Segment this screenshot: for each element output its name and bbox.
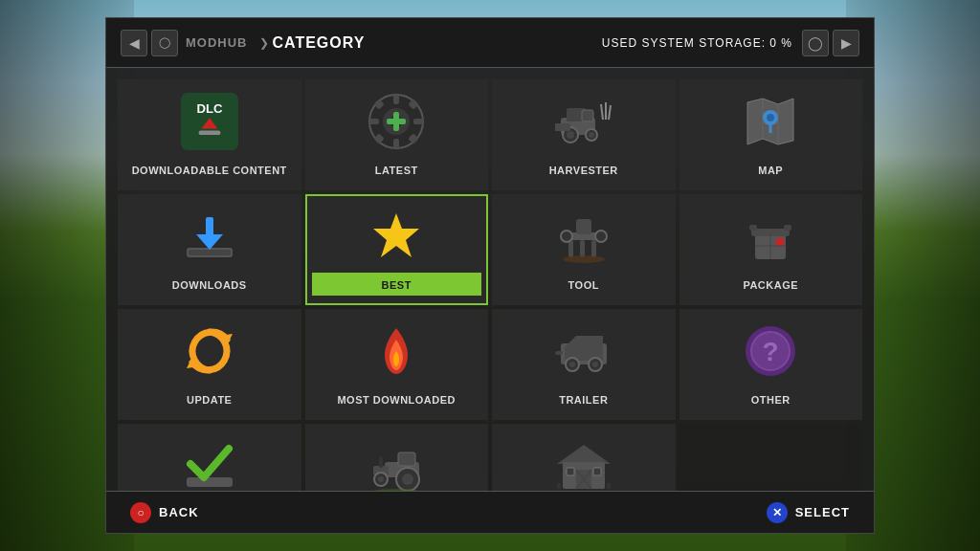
svg-marker-58	[565, 336, 603, 347]
downloads-label-bar: Downloads	[124, 273, 295, 296]
package-label-bar: Package	[686, 273, 857, 296]
dlc-label: Downloadable Content	[132, 165, 287, 176]
modhub-label: MODHUB	[186, 35, 248, 50]
trailer-label-bar: Trailer	[499, 387, 669, 410]
category-label: CATEGORY	[273, 34, 366, 52]
grid-item-package[interactable]: Package	[679, 194, 863, 305]
latest-icon	[366, 91, 427, 152]
best-label-bar: Best	[312, 273, 482, 296]
svg-rect-8	[393, 139, 399, 148]
grid-item-most-downloaded[interactable]: Most downloaded	[305, 309, 489, 420]
downloads-label: Downloads	[172, 279, 247, 291]
svg-marker-37	[196, 234, 223, 250]
svg-point-44	[561, 231, 572, 242]
svg-text:?: ?	[763, 337, 779, 366]
other-label: Other	[751, 394, 791, 406]
back-label: BACK	[159, 505, 199, 519]
dlc-icon: DLC	[179, 91, 240, 152]
svg-rect-40	[568, 240, 573, 257]
grid-item-other[interactable]: ? Other	[679, 309, 863, 420]
svg-rect-83	[607, 483, 611, 489]
grid-item-map[interactable]: Map	[679, 79, 863, 190]
svg-rect-50	[784, 225, 791, 231]
back-circle-icon: ○	[130, 502, 151, 523]
svg-point-21	[567, 131, 574, 139]
grid-item-installed[interactable]: Installed	[118, 424, 301, 491]
select-button[interactable]: ✕ SELECT	[767, 502, 850, 523]
svg-rect-24	[555, 123, 570, 131]
svg-point-60	[569, 362, 575, 367]
svg-rect-49	[749, 225, 757, 231]
package-icon	[740, 206, 801, 267]
nav-left-icon: ◀	[129, 35, 140, 51]
grid-item-latest[interactable]: Latest	[305, 79, 489, 190]
svg-rect-67	[187, 477, 233, 487]
svg-point-73	[402, 474, 413, 485]
svg-line-27	[601, 104, 603, 120]
svg-text:DLC: DLC	[196, 101, 223, 116]
trailer-icon	[553, 320, 614, 382]
most-downloaded-icon	[366, 320, 427, 382]
nav-left-button[interactable]: ◀	[121, 30, 147, 56]
harvester-label: Harvester	[549, 165, 618, 176]
svg-rect-43	[576, 219, 591, 234]
storage-label: USED SYSTEM STORAGE: 0 %	[602, 36, 792, 50]
grid-item-object[interactable]: Object	[492, 424, 676, 491]
header: ◀ ◯ MODHUB ❯ CATEGORY USED SYSTEM STORAG…	[106, 18, 874, 68]
svg-point-46	[563, 255, 605, 263]
grid-item-downloads[interactable]: Downloads	[118, 194, 301, 305]
harvester-label-bar: Harvester	[499, 158, 669, 181]
grid-item-trailer[interactable]: Trailer	[492, 309, 676, 420]
svg-point-75	[378, 476, 384, 482]
svg-rect-7	[393, 95, 399, 104]
map-label: Map	[758, 165, 783, 176]
best-icon	[366, 206, 427, 267]
nav-circle-button[interactable]: ◯	[151, 30, 178, 56]
grid-item-update[interactable]: Update	[118, 309, 301, 420]
map-label-bar: Map	[686, 158, 857, 181]
category-grid: DLC Downloadable Content	[106, 68, 874, 491]
grid-item-tractor[interactable]: Tractor	[305, 424, 489, 491]
installed-icon	[179, 435, 240, 491]
downloads-icon	[179, 206, 240, 267]
svg-rect-70	[398, 452, 415, 466]
nav-right-icon2: ▶	[841, 35, 852, 51]
svg-line-26	[609, 105, 611, 120]
svg-rect-10	[413, 119, 423, 124]
other-label-bar: Other	[686, 387, 857, 410]
main-panel: ◀ ◯ MODHUB ❯ CATEGORY USED SYSTEM STORAG…	[105, 17, 875, 534]
svg-rect-63	[555, 351, 563, 355]
svg-point-23	[589, 132, 594, 138]
svg-point-32	[767, 114, 774, 121]
update-label: Update	[187, 394, 232, 406]
dlc-label-bar: Downloadable Content	[124, 158, 295, 181]
svg-point-45	[595, 231, 607, 242]
best-label: Best	[382, 279, 412, 291]
trailer-label: Trailer	[559, 394, 608, 406]
grid-item-best[interactable]: Best	[305, 194, 489, 305]
svg-rect-19	[582, 110, 593, 121]
most-downloaded-label-bar: Most downloaded	[312, 387, 482, 410]
grid-item-harvester[interactable]: Harvester	[492, 79, 676, 190]
svg-rect-71	[379, 456, 383, 468]
harvester-icon	[553, 91, 614, 152]
footer: ○ BACK ✕ SELECT	[106, 491, 874, 533]
select-circle-icon: ✕	[767, 502, 788, 523]
latest-label-bar: Latest	[312, 158, 482, 181]
grid-item-empty	[679, 424, 863, 491]
svg-rect-42	[591, 240, 596, 257]
grid-item-tool[interactable]: Tool	[492, 194, 676, 305]
update-label-bar: Update	[124, 387, 295, 410]
svg-rect-35	[189, 250, 231, 255]
most-downloaded-label: Most downloaded	[337, 394, 456, 406]
grid-item-downloadable-content[interactable]: DLC Downloadable Content	[118, 79, 301, 190]
nav-right-button2[interactable]: ▶	[833, 30, 859, 56]
other-icon: ?	[740, 320, 801, 382]
svg-marker-77	[557, 445, 611, 464]
breadcrumb-arrow: ❯	[259, 36, 269, 50]
package-label: Package	[743, 279, 798, 291]
map-icon	[740, 91, 801, 152]
nav-right-button1[interactable]: ◯	[802, 30, 829, 56]
back-button[interactable]: ○ BACK	[130, 502, 199, 523]
svg-rect-3	[198, 130, 220, 135]
